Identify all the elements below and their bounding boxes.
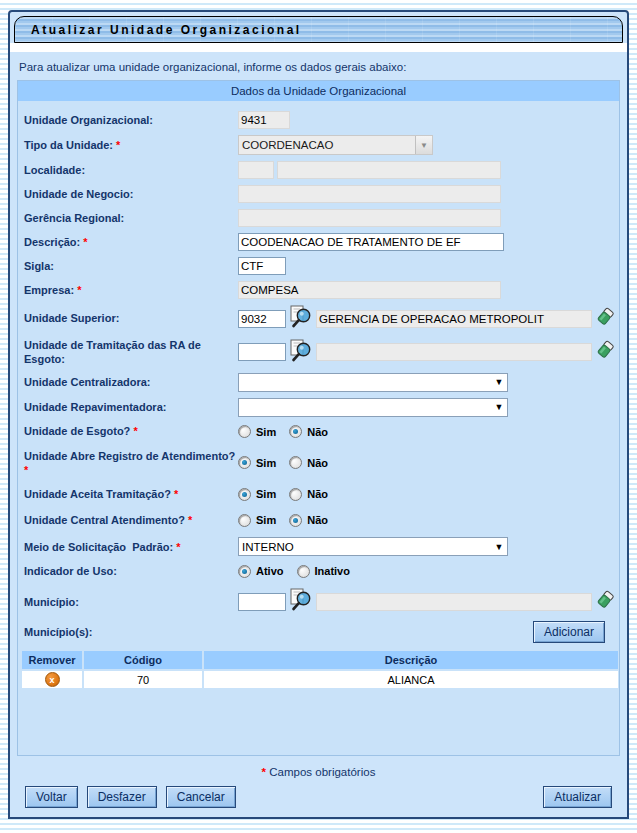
row-meio-solicitacao: Meio de Solicitação Padrão: * INTERNO ▼ <box>22 537 615 556</box>
row-unidade-superior: Unidade Superior: <box>22 305 615 332</box>
form-panel: Dados da Unidade Organizacional Unidade … <box>17 80 620 756</box>
central-atendimento-nao-radio[interactable] <box>289 514 302 527</box>
voltar-button[interactable]: Voltar <box>25 786 78 808</box>
abre-registro-label: Unidade Abre Registro de Atendimento? <box>24 450 235 462</box>
unidade-superior-code-input[interactable] <box>238 310 286 328</box>
municipio-code-input[interactable] <box>238 593 286 611</box>
required-fields-note: * Campos obrigatórios <box>17 766 620 778</box>
chevron-down-icon: ▼ <box>491 377 507 387</box>
unidade-negocio-label: Unidade de Negocio: <box>22 187 238 201</box>
search-icon[interactable] <box>289 339 313 366</box>
radio-label-sim: Sim <box>256 488 276 500</box>
localidade-code-field <box>238 161 274 179</box>
unidade-organizacional-label: Unidade Organizacional: <box>22 113 238 127</box>
radio-label-ativo: Ativo <box>256 565 284 577</box>
row-tipo-unidade: Tipo da Unidade: * COORDENACAO ▼ <box>22 135 615 155</box>
radio-label-inativo: Inativo <box>315 565 350 577</box>
page-title: Atualizar Unidade Organizacional <box>15 23 302 37</box>
search-icon[interactable] <box>289 305 313 332</box>
row-gerencia-regional: Gerência Regional: <box>22 209 615 227</box>
gerencia-regional-field <box>238 209 501 227</box>
central-atendimento-label: Unidade Central Atendimento? <box>24 514 185 526</box>
row-unidade-centralizadora: Unidade Centralizadora: ▼ <box>22 373 615 392</box>
unidade-organizacional-field <box>238 111 290 129</box>
adicionar-button[interactable]: Adicionar <box>533 621 605 643</box>
unidade-superior-label: Unidade Superior: <box>22 311 238 325</box>
municipios-label: Município(s): <box>22 625 238 639</box>
empresa-field <box>238 281 501 299</box>
unidade-esgoto-sim-radio[interactable] <box>238 425 251 438</box>
cell-codigo: 70 <box>84 671 202 688</box>
unidade-esgoto-nao-radio[interactable] <box>289 425 302 438</box>
row-sigla: Sigla: <box>22 257 615 275</box>
central-atendimento-sim-radio[interactable] <box>238 514 251 527</box>
unidade-negocio-field <box>238 185 501 203</box>
chevron-down-icon: ▼ <box>491 402 507 412</box>
row-unidade-negocio: Unidade de Negocio: <box>22 185 615 203</box>
remove-icon[interactable]: x <box>45 672 60 687</box>
unidade-repavimentadora-label: Unidade Repavimentadora: <box>22 400 238 414</box>
localidade-label: Localidade: <box>22 163 238 177</box>
radio-label-sim: Sim <box>256 426 276 438</box>
tipo-unidade-label: Tipo da Unidade: <box>24 139 113 151</box>
meio-solicitacao-select[interactable]: INTERNO ▼ <box>238 537 508 556</box>
unidade-repavimentadora-select[interactable]: ▼ <box>238 398 508 417</box>
empresa-label: Empresa: <box>24 284 74 296</box>
meio-solicitacao-label: Meio de Solicitação Padrão: <box>24 541 173 553</box>
radio-label-sim: Sim <box>256 457 276 469</box>
descricao-label: Descrição: <box>24 236 80 248</box>
localidade-name-field <box>277 161 501 179</box>
row-localidade: Localidade: <box>22 161 615 179</box>
descricao-input[interactable] <box>238 233 504 251</box>
aceita-tramitacao-sim-radio[interactable] <box>238 488 251 501</box>
cell-descricao: ALIANCA <box>204 671 618 688</box>
column-header-codigo: Código <box>84 651 202 669</box>
gerencia-regional-label: Gerência Regional: <box>22 211 238 225</box>
unidade-superior-name-field <box>316 310 592 328</box>
sigla-label: Sigla: <box>22 259 238 273</box>
aceita-tramitacao-nao-radio[interactable] <box>289 488 302 501</box>
row-central-atendimento: Unidade Central Atendimento? * Sim Não <box>22 511 615 529</box>
eraser-icon[interactable] <box>595 307 615 331</box>
required-marker: * <box>116 139 120 151</box>
sigla-input[interactable] <box>238 257 286 275</box>
row-municipios: Município(s): Adicionar <box>22 621 615 643</box>
unidade-tramitacao-ra-name-field <box>316 343 592 361</box>
intro-text: Para atualizar uma unidade organizaciona… <box>19 61 620 73</box>
indicador-uso-ativo-radio[interactable] <box>238 565 251 578</box>
unidade-centralizadora-label: Unidade Centralizadora: <box>22 375 238 389</box>
municipio-name-field <box>316 593 592 611</box>
radio-label-nao: Não <box>307 488 328 500</box>
unidade-centralizadora-select[interactable]: ▼ <box>238 373 508 392</box>
search-icon[interactable] <box>289 588 313 615</box>
cancelar-button[interactable]: Cancelar <box>166 786 236 808</box>
row-unidade-esgoto: Unidade de Esgoto? * Sim Não <box>22 423 615 441</box>
unidade-tramitacao-ra-code-input[interactable] <box>238 343 286 361</box>
abre-registro-nao-radio[interactable] <box>289 456 302 469</box>
municipios-table: Remover Código Descrição x 70 ALIANCA <box>20 649 620 690</box>
table-header-row: Remover Código Descrição <box>22 651 618 669</box>
row-unidade-tramitacao-ra: Unidade de Tramitação das RA de Esgoto: <box>22 338 615 367</box>
row-indicador-uso: Indicador de Uso: Ativo Inativo <box>22 562 615 580</box>
row-descricao: Descrição: * <box>22 233 615 251</box>
abre-registro-sim-radio[interactable] <box>238 456 251 469</box>
main-window: Atualizar Unidade Organizacional Para at… <box>8 10 629 819</box>
eraser-icon[interactable] <box>595 340 615 364</box>
title-separator <box>10 43 627 52</box>
indicador-uso-inativo-radio[interactable] <box>297 565 310 578</box>
radio-label-nao: Não <box>307 514 328 526</box>
indicador-uso-label: Indicador de Uso: <box>22 564 238 578</box>
row-unidade-repavimentadora: Unidade Repavimentadora: ▼ <box>22 398 615 417</box>
row-aceita-tramitacao: Unidade Aceita Tramitação? * Sim Não <box>22 485 615 503</box>
desfazer-button[interactable]: Desfazer <box>87 786 157 808</box>
row-municipio: Município: <box>22 588 615 615</box>
row-unidade-organizacional: Unidade Organizacional: <box>22 111 615 129</box>
atualizar-button[interactable]: Atualizar <box>543 786 612 808</box>
municipio-label: Município: <box>22 595 238 609</box>
section-title: Dados da Unidade Organizacional <box>18 81 619 101</box>
row-abre-registro: Unidade Abre Registro de Atendimento? * … <box>22 449 615 478</box>
row-empresa: Empresa: * <box>22 281 615 299</box>
eraser-icon[interactable] <box>595 590 615 614</box>
column-header-remover: Remover <box>22 651 82 669</box>
window-titlebar: Atualizar Unidade Organizacional <box>14 16 623 43</box>
